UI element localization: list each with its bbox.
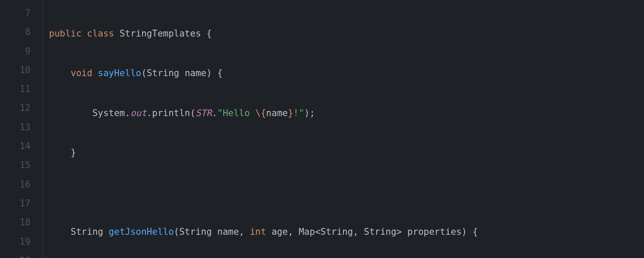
- line-number: 17: [0, 194, 43, 213]
- line-number: 20: [0, 251, 43, 258]
- line-number: 9: [0, 42, 43, 61]
- code-line: String getJsonHello(String name, int age…: [49, 222, 644, 241]
- line-number: 15: [0, 156, 43, 175]
- line-number: 13: [0, 118, 43, 137]
- line-number: 18: [0, 213, 43, 232]
- code-editor[interactable]: public class StringTemplates { void sayH…: [43, 0, 644, 258]
- code-line: }: [49, 143, 644, 162]
- code-line: void sayHello(String name) {: [49, 64, 644, 83]
- line-number: 19: [0, 232, 43, 251]
- line-number: 11: [0, 80, 43, 98]
- line-number: 7: [0, 3, 43, 22]
- line-number: 8: [0, 22, 43, 41]
- code-line: System.out.println(STR."Hello \{name}!")…: [49, 104, 644, 123]
- code-line: [49, 183, 644, 202]
- gutter: 7 8 9 10 11 12 13 14 15 16 17 18 19 20: [0, 0, 43, 258]
- code-line: public class StringTemplates {: [49, 24, 644, 43]
- line-number: 10: [0, 61, 43, 80]
- line-number: 14: [0, 137, 43, 156]
- line-number: 16: [0, 175, 43, 194]
- line-number: 12: [0, 98, 43, 117]
